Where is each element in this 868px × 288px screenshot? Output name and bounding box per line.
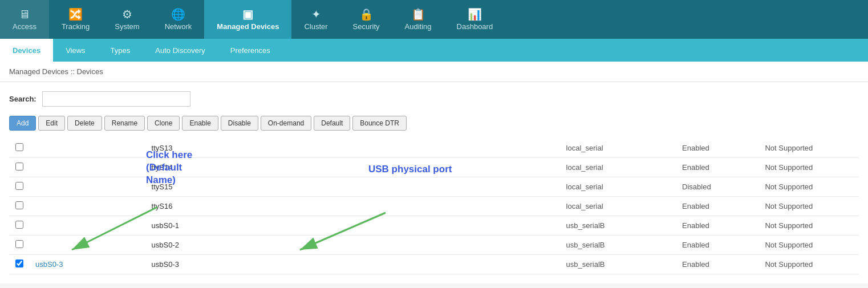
device-table-wrapper: ttyS13local_serialEnabledNot Supportedtt… (9, 139, 859, 274)
nav-dashboard[interactable]: 📊 Dashboard (444, 0, 506, 39)
device-type: usb_serialB (561, 255, 677, 274)
security-icon: 🔒 (359, 9, 374, 20)
device-type: local_serial (561, 197, 677, 216)
device-status: Enabled (676, 158, 759, 177)
device-support: Not Supported (759, 139, 859, 158)
default-button[interactable]: Default (314, 116, 350, 131)
device-type: local_serial (561, 139, 677, 158)
nav-tracking-label: Tracking (62, 22, 90, 31)
device-port: ttyS15 (146, 177, 561, 197)
search-label: Search: (9, 95, 36, 103)
row-checkbox[interactable] (15, 259, 23, 267)
device-support: Not Supported (759, 216, 859, 236)
nav-access[interactable]: 🖥 Access (0, 0, 49, 39)
device-port: usbS0-2 (146, 236, 561, 255)
nav-dashboard-label: Dashboard (457, 22, 493, 31)
breadcrumb: Managed Devices :: Devices (0, 62, 868, 82)
sub-navigation: Devices Views Types Auto Discovery Prefe… (0, 39, 868, 62)
top-navigation: 🖥 Access 🔀 Tracking ⚙ System 🌐 Network ▣… (0, 0, 868, 39)
table-row: usbS0-1usb_serialBEnabledNot Supported (9, 216, 859, 236)
device-status: Disabled (676, 177, 759, 197)
row-checkbox[interactable] (15, 182, 23, 190)
nav-cluster-label: Cluster (304, 22, 327, 31)
device-port: usbS0-1 (146, 216, 561, 236)
dashboard-icon: 📊 (468, 9, 482, 20)
device-status: Enabled (676, 255, 759, 274)
nav-tracking[interactable]: 🔀 Tracking (49, 0, 102, 39)
nav-security[interactable]: 🔒 Security (340, 0, 392, 39)
search-input[interactable] (42, 91, 190, 107)
device-type: usb_serialB (561, 236, 677, 255)
nav-access-label: Access (13, 22, 36, 31)
device-status: Enabled (676, 216, 759, 236)
add-button[interactable]: Add (9, 116, 36, 131)
device-status: Enabled (676, 197, 759, 216)
device-status: Enabled (676, 236, 759, 255)
table-row: ttyS13local_serialEnabledNot Supported (9, 139, 859, 158)
system-icon: ⚙ (122, 9, 132, 20)
device-support: Not Supported (759, 197, 859, 216)
device-support: Not Supported (759, 255, 859, 274)
subnav-types[interactable]: Types (98, 39, 143, 62)
edit-button[interactable]: Edit (38, 116, 65, 131)
row-checkbox[interactable] (15, 201, 23, 209)
device-port: usbS0-3 (146, 255, 561, 274)
device-support: Not Supported (759, 236, 859, 255)
enable-button[interactable]: Enable (182, 116, 218, 131)
row-checkbox[interactable] (15, 143, 23, 151)
device-port: ttyS13 (146, 139, 561, 158)
device-type: usb_serialB (561, 216, 677, 236)
nav-network-label: Network (165, 22, 192, 31)
device-support: Not Supported (759, 158, 859, 177)
bounce-dtr-button[interactable]: Bounce DTR (352, 116, 407, 131)
device-support: Not Supported (759, 177, 859, 197)
device-port: ttyS16 (146, 197, 561, 216)
subnav-auto-discovery[interactable]: Auto Discovery (143, 39, 217, 62)
auditing-icon: 📋 (411, 9, 425, 20)
nav-auditing[interactable]: 📋 Auditing (392, 0, 444, 39)
row-checkbox[interactable] (15, 240, 23, 248)
disable-button[interactable]: Disable (221, 116, 258, 131)
clone-button[interactable]: Clone (147, 116, 180, 131)
table-row: usbS0-2usb_serialBEnabledNot Supported (9, 236, 859, 255)
delete-button[interactable]: Delete (67, 116, 102, 131)
search-row: Search: (9, 91, 859, 107)
device-table: ttyS13local_serialEnabledNot Supportedtt… (9, 139, 859, 274)
device-type: local_serial (561, 158, 677, 177)
nav-system-label: System (115, 22, 139, 31)
access-icon: 🖥 (19, 9, 30, 20)
rename-button[interactable]: Rename (104, 116, 145, 131)
network-icon: 🌐 (171, 9, 185, 20)
nav-system[interactable]: ⚙ System (102, 0, 152, 39)
nav-network[interactable]: 🌐 Network (152, 0, 205, 39)
cluster-icon: ✦ (311, 9, 321, 20)
nav-auditing-label: Auditing (405, 22, 432, 31)
tracking-icon: 🔀 (68, 9, 83, 20)
nav-managed-devices[interactable]: ▣ Managed Devices (204, 0, 291, 39)
subnav-views[interactable]: Views (53, 39, 98, 62)
nav-cluster[interactable]: ✦ Cluster (291, 0, 340, 39)
table-row: ttyS15local_serialDisabledNot Supported (9, 177, 859, 197)
subnav-preferences[interactable]: Preferences (218, 39, 283, 62)
managed-devices-icon: ▣ (242, 9, 253, 20)
subnav-devices[interactable]: Devices (0, 39, 53, 62)
toolbar: Add Edit Delete Rename Clone Enable Disa… (9, 116, 859, 131)
table-row: usbS0-3usbS0-3usb_serialBEnabledNot Supp… (9, 255, 859, 274)
row-checkbox[interactable] (15, 163, 23, 171)
nav-managed-devices-label: Managed Devices (217, 22, 279, 31)
device-port: ttyS14 (146, 158, 561, 177)
row-checkbox[interactable] (15, 221, 23, 229)
table-row: ttyS16local_serialEnabledNot Supported (9, 197, 859, 216)
main-content: Search: Add Edit Delete Rename Clone Ena… (0, 82, 868, 283)
device-status: Enabled (676, 139, 759, 158)
table-row: ttyS14local_serialEnabledNot Supported (9, 158, 859, 177)
device-name-link[interactable]: usbS0-3 (35, 260, 63, 269)
on-demand-button[interactable]: On-demand (261, 116, 311, 131)
device-type: local_serial (561, 177, 677, 197)
nav-security-label: Security (353, 22, 380, 31)
